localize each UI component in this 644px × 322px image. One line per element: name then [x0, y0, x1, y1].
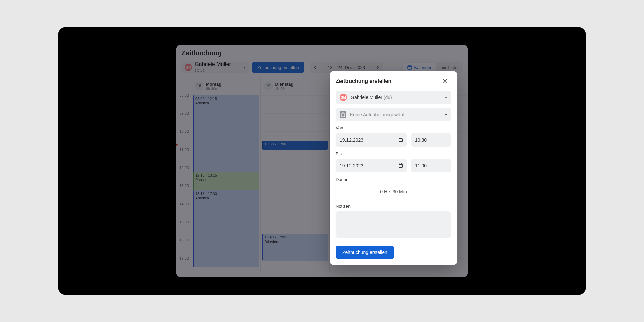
create-time-entry-dialog: Zeitbuchung erstellen GM Gabriele Müller… [330, 71, 457, 265]
clipboard-icon [340, 111, 346, 118]
close-button[interactable] [443, 77, 451, 85]
notes-label: Notizen [336, 204, 451, 209]
svg-rect-5 [399, 139, 402, 141]
from-time-input[interactable]: 10:30 [411, 133, 451, 147]
duration-label: Dauer [336, 177, 451, 182]
dialog-title: Zeitbuchung erstellen [336, 78, 391, 84]
to-time-input[interactable]: 11:00 [411, 159, 451, 172]
svg-rect-11 [401, 163, 402, 164]
notes-textarea[interactable] [336, 211, 451, 238]
calendar-icon [398, 163, 404, 168]
svg-rect-3 [342, 113, 344, 114]
svg-rect-2 [341, 113, 345, 117]
dialog-submit-button[interactable]: Zeitbuchung erstellen [336, 246, 394, 259]
dialog-user-selector[interactable]: GM Gabriele Müller (du) ▾ [336, 91, 451, 104]
svg-rect-10 [400, 163, 400, 164]
svg-rect-9 [399, 165, 402, 167]
close-icon [443, 79, 447, 83]
dialog-user-name: Gabriele Müller (du) [351, 95, 442, 100]
chevron-down-icon: ▾ [445, 95, 447, 100]
task-placeholder: Keine Aufgabe ausgewählt [350, 112, 442, 117]
svg-rect-7 [401, 138, 402, 139]
calendar-icon [398, 137, 404, 143]
from-label: Von [336, 125, 451, 130]
avatar: GM [340, 94, 347, 101]
to-date-input[interactable]: 19.12.2023 [336, 159, 407, 172]
svg-rect-6 [400, 138, 400, 139]
from-date-input[interactable]: 19.12.2023 [336, 133, 407, 147]
duration-input[interactable]: 0 Hrs 30 Min [336, 185, 451, 198]
chevron-down-icon: ▾ [445, 112, 447, 117]
to-label: Bis [336, 151, 451, 156]
dialog-task-selector[interactable]: Keine Aufgabe ausgewählt ▾ [336, 108, 451, 121]
